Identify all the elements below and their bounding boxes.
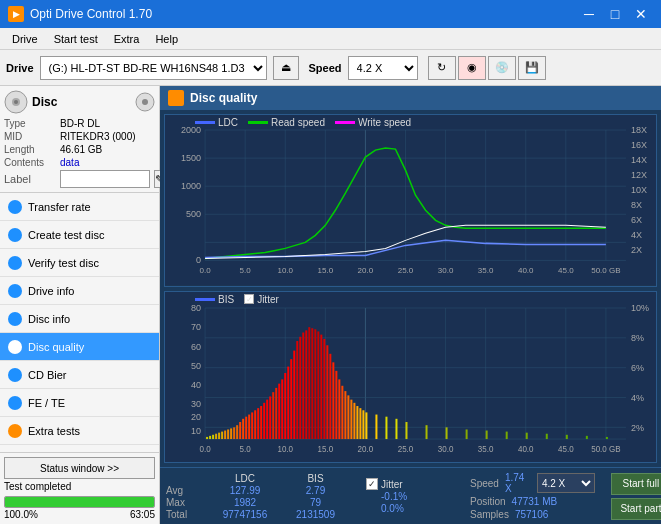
start-full-button[interactable]: Start full [611,473,661,495]
svg-text:5.0: 5.0 [240,444,252,453]
menu-start-test[interactable]: Start test [46,31,106,47]
sidebar: Disc Type BD-R DL MID RITEKDR3 (000) Len… [0,86,160,524]
svg-rect-99 [233,427,235,439]
avg-bis: 2.79 [288,485,343,496]
menu-drive[interactable]: Drive [4,31,46,47]
disc-icon [4,90,28,114]
ldc-legend-color [195,121,215,124]
ldc-legend-label: LDC [218,117,238,128]
samples-value: 757106 [515,509,548,520]
nav-drive-info[interactable]: Drive info [0,277,159,305]
action-buttons: Start full Start part [611,473,661,520]
svg-text:45.0: 45.0 [558,266,574,275]
drive-action-buttons: ↻ ◉ 💿 💾 [428,56,546,80]
svg-rect-148 [426,425,428,439]
drive-select[interactable]: (G:) HL-DT-ST BD-RE WH16NS48 1.D3 [40,56,267,80]
length-value: 46.61 GB [60,144,102,155]
svg-text:30.0: 30.0 [438,266,454,275]
svg-text:20.0: 20.0 [358,266,374,275]
type-value: BD-R DL [60,118,100,129]
svg-text:0: 0 [196,255,201,265]
svg-text:50.0 GB: 50.0 GB [591,444,621,453]
svg-rect-119 [293,350,295,438]
svg-text:10.0: 10.0 [277,266,293,275]
svg-point-4 [142,99,148,105]
svg-text:8%: 8% [631,332,644,342]
window-controls: ─ □ ✕ [577,4,653,24]
nav-disc-info[interactable]: Disc info [0,305,159,333]
nav-disc-quality[interactable]: Disc quality [0,333,159,361]
status-window-button[interactable]: Status window >> [4,457,155,479]
svg-text:70: 70 [191,322,201,332]
svg-rect-114 [278,383,280,438]
svg-rect-93 [215,433,217,438]
jitter-check[interactable]: ✓ [366,478,378,490]
disc-title: Disc [32,95,57,109]
svg-text:14X: 14X [631,155,647,165]
jitter-checkbox[interactable]: ✓ [244,294,254,304]
svg-text:10.0: 10.0 [277,444,293,453]
svg-rect-100 [236,425,238,439]
speed-label: Speed [309,62,342,74]
disc-button[interactable]: 💿 [488,56,516,80]
scan-button[interactable]: ◉ [458,56,486,80]
svg-text:30: 30 [191,398,201,408]
verify-test-disc-label: Verify test disc [28,257,99,269]
menu-help[interactable]: Help [147,31,186,47]
position-label: Position [470,496,506,507]
svg-text:0.0: 0.0 [200,444,212,453]
bottom-chart-legend: BIS ✓ Jitter [195,294,279,305]
disc-contents-row: Contents data [4,157,155,168]
svg-rect-92 [212,434,214,438]
max-bis: 79 [288,497,343,508]
transfer-rate-icon [8,200,22,214]
svg-rect-130 [326,345,328,439]
svg-text:10: 10 [191,425,201,435]
jitter-legend: ✓ Jitter [244,294,279,305]
svg-rect-122 [302,332,304,439]
menu-extra[interactable]: Extra [106,31,148,47]
nav-fe-te[interactable]: FE / TE [0,389,159,417]
svg-text:25.0: 25.0 [398,266,414,275]
svg-rect-120 [296,341,298,439]
nav-cd-bier[interactable]: CD Bier [0,361,159,389]
disc-header: Disc [4,90,155,114]
start-part-button[interactable]: Start part [611,498,661,520]
top-chart-legend: LDC Read speed Write speed [195,117,411,128]
svg-text:16X: 16X [631,140,647,150]
nav-create-test-disc[interactable]: Create test disc [0,221,159,249]
svg-rect-154 [546,433,548,438]
svg-rect-144 [375,414,377,439]
svg-rect-143 [365,412,367,439]
svg-rect-94 [218,432,220,438]
bis-legend-color [195,298,215,301]
maximize-button[interactable]: □ [603,4,627,24]
speed-stat-label: Speed [470,478,499,489]
svg-rect-156 [586,435,588,438]
content-title: Disc quality [190,91,257,105]
label-input[interactable] [60,170,150,188]
svg-rect-118 [290,359,292,439]
svg-rect-121 [299,336,301,438]
svg-rect-105 [251,412,253,439]
svg-text:1500: 1500 [181,153,201,163]
save-button[interactable]: 💾 [518,56,546,80]
total-ldc: 97747156 [210,509,280,520]
svg-text:18X: 18X [631,125,647,135]
contents-label: Contents [4,157,56,168]
disc-label-row: Label ✎ [4,170,155,188]
refresh-button[interactable]: ↻ [428,56,456,80]
nav-extra-tests[interactable]: Extra tests [0,417,159,445]
disc-quality-icon [8,340,22,354]
nav-verify-test-disc[interactable]: Verify test disc [0,249,159,277]
close-button[interactable]: ✕ [629,4,653,24]
eject-button[interactable]: ⏏ [273,56,299,80]
minimize-button[interactable]: ─ [577,4,601,24]
nav-transfer-rate[interactable]: Transfer rate [0,193,159,221]
svg-rect-127 [317,331,319,439]
speed-stat-select[interactable]: 4.2 X [537,473,596,493]
speed-select[interactable]: 4.2 X [348,56,418,80]
svg-rect-5 [165,115,656,286]
ldc-legend: LDC [195,117,238,128]
transfer-rate-label: Transfer rate [28,201,91,213]
